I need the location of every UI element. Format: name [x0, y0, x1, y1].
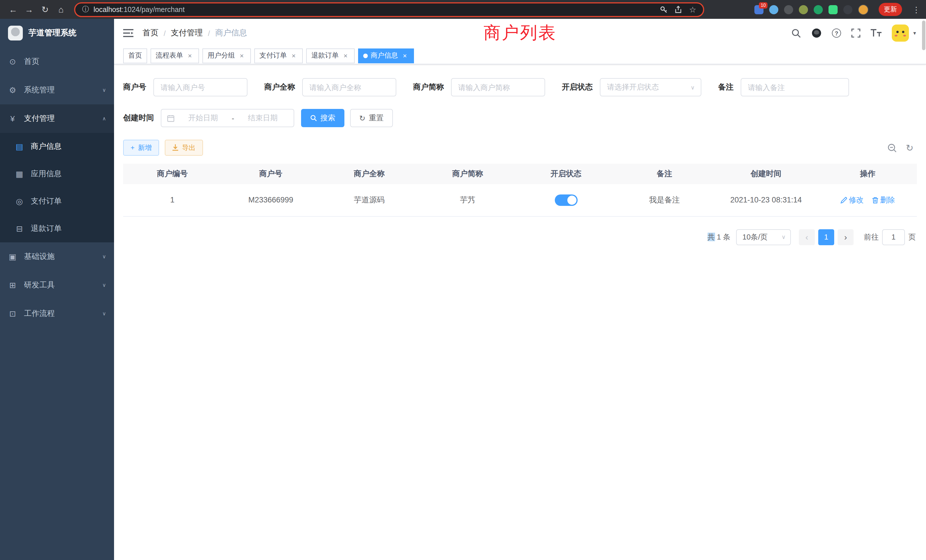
- filter-form-row-1: 商户号 商户全称 商户简称 开启状态 请选择开启状态: [123, 78, 917, 96]
- plus-icon: +: [130, 144, 135, 152]
- date-range-separator: -: [232, 114, 235, 122]
- search-button[interactable]: 搜索: [301, 109, 344, 127]
- tab-pay-orders[interactable]: 支付订单 ×: [254, 48, 303, 63]
- sidebar-item-label: 工作流程: [24, 309, 55, 319]
- annotation-merchant-list: 商户列表: [484, 21, 557, 45]
- close-icon[interactable]: ×: [186, 51, 194, 60]
- browser-forward-icon[interactable]: →: [22, 2, 36, 17]
- sidebar-item-home[interactable]: ⊙ 首页: [0, 47, 114, 76]
- sidebar-menu: ⊙ 首页 ⚙ 系统管理 ∨ ¥ 支付管理 ∧ ▤ 商户信息: [0, 47, 114, 560]
- share-icon[interactable]: [675, 5, 682, 14]
- refresh-icon: ↻: [359, 114, 366, 122]
- total-prefix: 共: [707, 232, 715, 241]
- full-name-input[interactable]: [302, 78, 396, 96]
- sidebar-item-system[interactable]: ⚙ 系统管理 ∨: [0, 76, 114, 104]
- extension-icon[interactable]: [799, 5, 808, 14]
- user-avatar: [892, 24, 909, 42]
- sidebar-item-label: 退款订单: [31, 224, 62, 234]
- github-icon[interactable]: [811, 28, 822, 38]
- extension-icon[interactable]: [829, 5, 838, 14]
- breadcrumb-payment[interactable]: 支付管理: [171, 28, 203, 38]
- sidebar-item-dev-tools[interactable]: ⊞ 研发工具 ∨: [0, 271, 114, 300]
- tab-label: 商户信息: [371, 51, 398, 61]
- export-button[interactable]: 导出: [165, 140, 203, 156]
- merchant-no-input[interactable]: [153, 78, 247, 96]
- extension-icon[interactable]: [769, 5, 778, 14]
- status-select[interactable]: 请选择开启状态 ∨: [599, 78, 701, 96]
- sidebar-item-payment[interactable]: ¥ 支付管理 ∧: [0, 104, 114, 133]
- browser-back-icon[interactable]: ←: [6, 2, 21, 17]
- table-row: 1 M233666999 芋道源码 芋艿 我是备注 2021-10-23 08:…: [123, 184, 917, 216]
- sidebar-item-pay-orders[interactable]: ◎ 支付订单: [0, 188, 114, 215]
- extension-icon[interactable]: [784, 5, 793, 14]
- tab-home[interactable]: 首页: [123, 48, 147, 63]
- sidebar-item-infrastructure[interactable]: ▣ 基础设施 ∨: [0, 242, 114, 271]
- breadcrumb-separator: /: [163, 29, 166, 37]
- close-icon[interactable]: ×: [290, 51, 298, 60]
- extension-icon[interactable]: [814, 5, 823, 14]
- add-button[interactable]: + 新增: [123, 140, 159, 156]
- goto-page-input[interactable]: [882, 229, 905, 245]
- user-menu[interactable]: ▼: [892, 24, 917, 42]
- browser-reload-icon[interactable]: ↻: [38, 2, 53, 17]
- tab-label: 流程表单: [156, 51, 183, 61]
- sidebar-item-app-info[interactable]: ▦ 应用信息: [0, 160, 114, 188]
- chevron-down-icon: ∨: [690, 84, 695, 90]
- tab-process-form[interactable]: 流程表单 ×: [151, 48, 199, 63]
- bookmark-star-icon[interactable]: ☆: [689, 5, 696, 14]
- create-time-range-picker[interactable]: 开始日期 - 结束日期: [161, 109, 294, 127]
- goto-label: 前往: [864, 232, 879, 242]
- next-page-button[interactable]: ›: [838, 229, 853, 245]
- breadcrumb-separator: /: [208, 29, 210, 37]
- scrollbar-thumb[interactable]: [922, 21, 925, 50]
- hide-search-icon[interactable]: [887, 143, 897, 153]
- chevron-down-icon: ∨: [102, 87, 106, 93]
- tab-merchant-info[interactable]: 商户信息 ×: [358, 48, 414, 63]
- browser-profile-avatar[interactable]: [858, 4, 869, 15]
- sidebar-item-merchant-info[interactable]: ▤ 商户信息: [0, 133, 114, 160]
- search-icon[interactable]: [791, 28, 801, 38]
- total-unit: 条: [723, 232, 731, 241]
- close-icon[interactable]: ×: [238, 51, 246, 60]
- app-logo-row[interactable]: 芋道管理系统: [0, 19, 114, 47]
- remark-input[interactable]: [740, 78, 849, 96]
- chrome-update-button[interactable]: 更新: [879, 3, 902, 16]
- chevron-down-icon: ∨: [781, 234, 786, 240]
- extension-icon[interactable]: [843, 5, 852, 14]
- cell-create-time: 2021-10-23 08:31:14: [714, 184, 818, 216]
- prev-page-button[interactable]: ‹: [799, 229, 815, 245]
- tab-user-group[interactable]: 用户分组 ×: [203, 48, 251, 63]
- edit-link[interactable]: 修改: [840, 195, 864, 205]
- reset-button[interactable]: ↻ 重置: [350, 109, 393, 127]
- close-icon[interactable]: ×: [401, 51, 409, 60]
- page-info-icon[interactable]: ⓘ: [82, 5, 89, 14]
- help-icon[interactable]: ?: [832, 29, 841, 38]
- sidebar-item-workflow[interactable]: ⊡ 工作流程 ∨: [0, 300, 114, 328]
- url-text[interactable]: localhost:1024/pay/merchant: [94, 5, 655, 14]
- browser-home-icon[interactable]: ⌂: [54, 2, 68, 17]
- sidebar-item-refund-orders[interactable]: ⊟ 退款订单: [0, 215, 114, 242]
- fullscreen-icon[interactable]: [851, 29, 861, 38]
- edit-pencil-icon: [840, 197, 847, 204]
- address-bar[interactable]: ⓘ localhost:1024/pay/merchant ☆: [74, 2, 704, 17]
- reset-button-label: 重置: [369, 113, 384, 123]
- extension-icon[interactable]: 10: [754, 5, 764, 14]
- short-name-input[interactable]: [451, 78, 545, 96]
- breadcrumb-home[interactable]: 首页: [142, 28, 159, 38]
- page-size-select[interactable]: 10条/页 ∨: [736, 229, 791, 245]
- remark-label: 备注: [718, 82, 734, 92]
- page-1-button[interactable]: 1: [818, 229, 834, 245]
- password-key-icon[interactable]: [660, 5, 668, 14]
- table-header-row: 商户编号 商户号 商户全称 商户简称 开启状态 备注 创建时间 操作: [123, 163, 917, 184]
- font-size-icon[interactable]: [871, 29, 882, 37]
- logo-avatar: [8, 26, 23, 41]
- status-toggle[interactable]: [555, 194, 577, 206]
- close-icon[interactable]: ×: [342, 51, 350, 60]
- hamburger-icon[interactable]: [123, 29, 133, 38]
- delete-link[interactable]: 删除: [872, 195, 895, 205]
- browser-menu-icon[interactable]: ⋮: [912, 5, 920, 14]
- app-frame: 芋道管理系统 ⊙ 首页 ⚙ 系统管理 ∨ ¥ 支付管理 ∧: [0, 19, 926, 560]
- refresh-table-icon[interactable]: ↻: [906, 142, 914, 153]
- tab-refund-orders[interactable]: 退款订单 ×: [306, 48, 355, 63]
- col-full-name: 商户全称: [320, 163, 418, 184]
